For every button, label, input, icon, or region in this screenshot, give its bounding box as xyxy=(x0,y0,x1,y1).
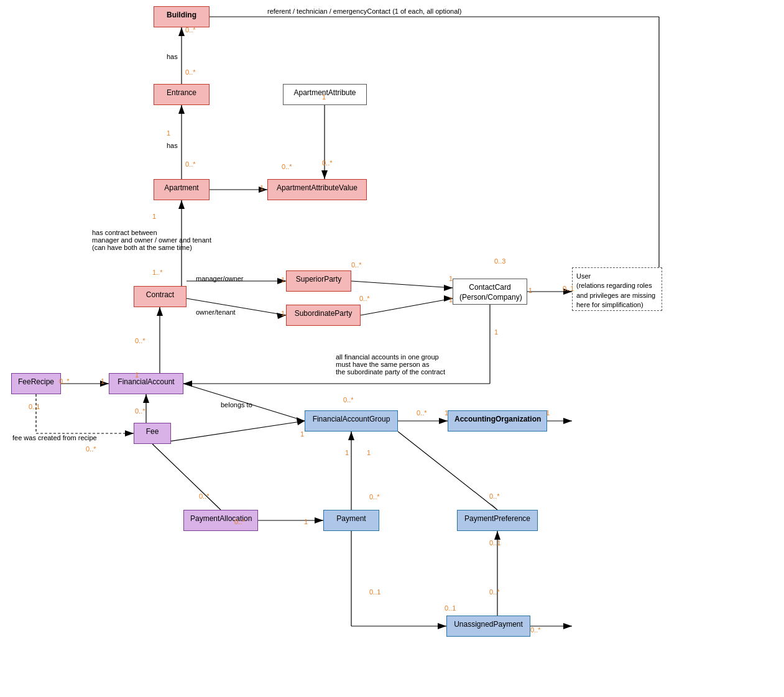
mult-apt-contract-1: 1..* xyxy=(152,269,163,276)
payment-label: Payment xyxy=(336,514,366,523)
payment-entity: Payment xyxy=(323,510,379,531)
mult-cc-user-2: 0..1 xyxy=(563,285,574,292)
mult-fr-fa-2: 1 xyxy=(101,377,104,385)
mult-building-entrance-1: 0..* xyxy=(185,26,196,34)
superior-party-entity: SuperiorParty xyxy=(286,270,351,292)
mult-cc-user-3: 1 xyxy=(528,287,532,294)
contact-card-entity: ContactCard(Person/Company) xyxy=(453,279,527,305)
unassigned-payment-label: UnassignedPayment xyxy=(454,620,523,629)
mult-fag-ao-2: 1 xyxy=(445,409,448,417)
belongs-to-label: belongs to xyxy=(221,401,252,409)
svg-marker-39 xyxy=(439,418,448,424)
svg-marker-33 xyxy=(125,430,134,436)
mult-fag-pay-1: 1 xyxy=(345,449,349,456)
mult-apt-aav-1: 1 xyxy=(260,184,264,192)
mult-contract-subp-1: 1 xyxy=(281,310,285,317)
mult-up-right: 0..* xyxy=(530,626,541,634)
mult-fag-pay-3: 0..* xyxy=(369,493,380,501)
fee-recipe-entity: FeeRecipe xyxy=(11,373,61,394)
mult-fee-pa: 0..* xyxy=(199,492,210,500)
mult-pp-up-1: 0..1 xyxy=(489,539,500,547)
fee-label: Fee xyxy=(146,427,159,436)
user-entity: User(relations regarding rolesand privil… xyxy=(572,267,662,311)
mult-apt-aav-2: 0..* xyxy=(282,163,292,170)
mult-ao-1: 1 xyxy=(546,409,550,417)
mult-pa-pay-2: 1 xyxy=(304,518,308,525)
mult-cc-1: 1 xyxy=(449,275,453,282)
financial-account-group-label: FinancialAccountGroup xyxy=(313,415,390,423)
mult-contract-fa-2: 1 xyxy=(135,371,139,379)
apartment-entity: Apartment xyxy=(154,179,210,200)
mult-fa-fee-1: 0..* xyxy=(135,407,145,415)
diagram-container: Building Entrance Apartment ApartmentAtt… xyxy=(0,0,784,697)
svg-marker-9 xyxy=(321,170,328,179)
mult-pa-pay-1: 0..* xyxy=(234,518,245,525)
svg-marker-52 xyxy=(438,623,446,629)
svg-marker-5 xyxy=(178,105,185,114)
svg-marker-3 xyxy=(178,27,185,36)
mult-entrance-apt-1: 1 xyxy=(167,129,170,137)
financial-account-group-entity: FinancialAccountGroup xyxy=(305,410,398,432)
svg-marker-49 xyxy=(315,517,323,524)
apartment-label: Apartment xyxy=(164,183,198,192)
mult-apt-contract-2: 1 xyxy=(152,213,156,220)
mult-cc-2: 1 xyxy=(449,296,453,303)
mult-cc-fa: 1 xyxy=(494,328,498,336)
mult-pp-up-2: 0..* xyxy=(489,588,500,596)
svg-line-18 xyxy=(361,298,453,315)
mult-cc-user-1: 0..3 xyxy=(494,257,505,265)
svg-line-44 xyxy=(398,432,497,510)
manager-owner-label: manager/owner xyxy=(196,275,243,282)
svg-marker-45 xyxy=(490,502,497,510)
svg-marker-41 xyxy=(563,418,572,424)
fee-entity: Fee xyxy=(134,423,171,444)
mult-building-entrance-2: 0..* xyxy=(185,68,196,76)
svg-marker-30 xyxy=(143,394,149,403)
svg-marker-11 xyxy=(178,200,185,209)
contact-card-label: ContactCard(Person/Company) xyxy=(459,283,522,302)
building-label: Building xyxy=(167,11,196,19)
accounting-organization-label: AccountingOrganization xyxy=(454,415,541,423)
mult-sp-cc-1: 0..* xyxy=(351,261,362,269)
accounting-organization-entity: AccountingOrganization xyxy=(448,410,547,432)
owner-tenant-label: owner/tenant xyxy=(196,308,236,316)
svg-marker-26 xyxy=(157,307,163,316)
mult-fr-fee-2: 0..* xyxy=(86,445,96,453)
mult-entrance-apt-2: 0..* xyxy=(185,160,196,168)
subordinate-party-entity: SubordinateParty xyxy=(286,305,361,326)
svg-marker-35 xyxy=(297,417,305,423)
entrance-label: Entrance xyxy=(167,88,196,97)
mult-fag-pay-2: 1 xyxy=(367,449,371,456)
fee-created-label: fee was created from recipe xyxy=(12,434,97,441)
mult-subp-cc-1: 0..* xyxy=(359,295,370,302)
mult-aa-aav-1: 1 xyxy=(322,93,326,101)
financial-account-label: FinancialAccount xyxy=(118,377,174,386)
mult-fag-1: 0..* xyxy=(343,396,354,404)
fee-recipe-label: FeeRecipe xyxy=(18,377,54,386)
mult-contract-sp-1: 1 xyxy=(281,276,285,284)
svg-marker-56 xyxy=(563,623,572,629)
payment-allocation-entity: PaymentAllocation xyxy=(183,510,258,531)
mult-pay-up-1: 0..1 xyxy=(369,588,380,596)
has-label-1: has xyxy=(167,53,178,60)
arrows-svg xyxy=(0,0,784,697)
svg-marker-17 xyxy=(444,285,453,291)
svg-marker-24 xyxy=(183,381,192,387)
financial-account-note: all financial accounts in one group must… xyxy=(336,353,445,376)
svg-marker-37 xyxy=(297,419,305,425)
payment-preference-label: PaymentPreference xyxy=(464,514,530,523)
mult-fa-fag: 1 xyxy=(300,430,304,438)
svg-line-16 xyxy=(351,281,453,288)
entrance-entity: Entrance xyxy=(154,84,210,105)
user-label: User(relations regarding rolesand privil… xyxy=(576,272,655,308)
subordinate-party-label: SubordinateParty xyxy=(295,309,353,318)
apartment-attribute-value-label: ApartmentAttributeValue xyxy=(277,183,357,192)
unassigned-payment-entity: UnassignedPayment xyxy=(446,616,530,637)
svg-line-46 xyxy=(152,444,221,510)
superior-party-label: SuperiorParty xyxy=(296,275,341,284)
apartment-attribute-value-entity: ApartmentAttributeValue xyxy=(267,179,367,200)
svg-marker-43 xyxy=(348,432,354,440)
financial-account-entity: FinancialAccount xyxy=(109,373,183,394)
mult-fr-fee-1: 0..1 xyxy=(29,403,40,410)
mult-aa-aav-2: 0..* xyxy=(322,159,333,167)
